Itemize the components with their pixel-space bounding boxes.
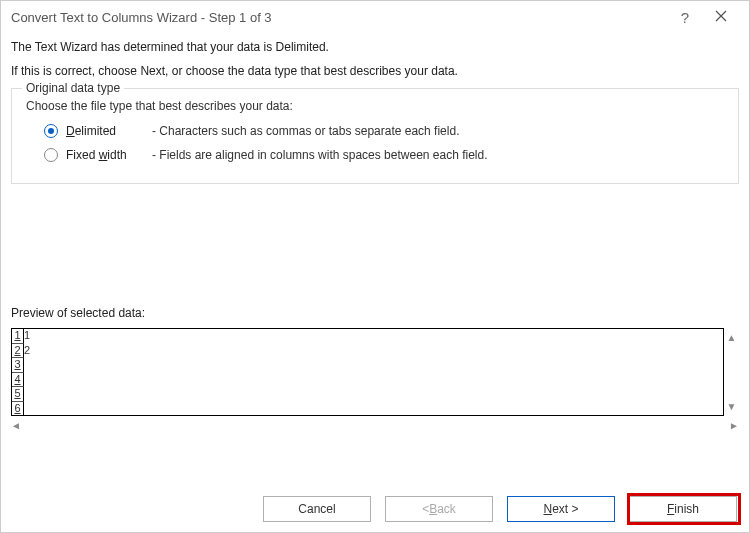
intro-text-1: The Text Wizard has determined that your… [11,40,739,54]
close-button[interactable] [703,10,739,25]
row-value [24,358,723,373]
row-value: 2 [24,344,723,359]
row-value: 1 [24,329,723,344]
window-title: Convert Text to Columns Wizard - Step 1 … [11,10,667,25]
radio-delimited[interactable]: Delimited - Characters such as commas or… [44,121,724,141]
scroll-right-icon[interactable]: ► [729,420,739,431]
cancel-button[interactable]: Cancel [263,496,371,522]
radio-fixed-label: Fixed width [66,148,152,162]
row-number: 6 [12,402,24,417]
preview-table: 11223456 [11,328,724,416]
intro-text-2: If this is correct, choose Next, or choo… [11,64,739,78]
table-row: 11 [12,329,723,344]
row-number: 5 [12,387,24,402]
row-number: 4 [12,373,24,388]
row-number: 1 [12,329,24,344]
row-value [24,402,723,417]
back-button[interactable]: < Back [385,496,493,522]
group-legend: Original data type [22,81,124,95]
radio-fixed-desc: - Fields are aligned in columns with spa… [152,148,488,162]
finish-button[interactable]: Finish [629,496,737,522]
scroll-up-icon[interactable]: ▲ [724,332,739,343]
radio-icon [44,148,58,162]
row-value [24,387,723,402]
row-number: 2 [12,344,24,359]
vertical-scrollbar[interactable]: ▲ ▼ [724,328,739,416]
original-data-type-group: Original data type Choose the file type … [11,88,739,184]
group-prompt: Choose the file type that best describes… [26,99,724,113]
title-bar: Convert Text to Columns Wizard - Step 1 … [1,1,749,34]
row-value [24,373,723,388]
radio-fixed-width[interactable]: Fixed width - Fields are aligned in colu… [44,145,724,165]
table-row: 6 [12,402,723,417]
row-number: 3 [12,358,24,373]
radio-delimited-desc: - Characters such as commas or tabs sepa… [152,124,459,138]
table-row: 5 [12,387,723,402]
help-button[interactable]: ? [667,9,703,26]
radio-icon [44,124,58,138]
close-icon [715,10,727,22]
scroll-down-icon[interactable]: ▼ [724,401,739,412]
button-row: Cancel < Back Next > Finish [263,496,737,522]
scroll-left-icon[interactable]: ◄ [11,420,21,431]
next-button[interactable]: Next > [507,496,615,522]
table-row: 4 [12,373,723,388]
radio-delimited-label: Delimited [66,124,152,138]
table-row: 22 [12,344,723,359]
table-row: 3 [12,358,723,373]
horizontal-scrollbar[interactable]: ◄ ► [11,418,739,433]
preview-label: Preview of selected data: [1,306,749,320]
